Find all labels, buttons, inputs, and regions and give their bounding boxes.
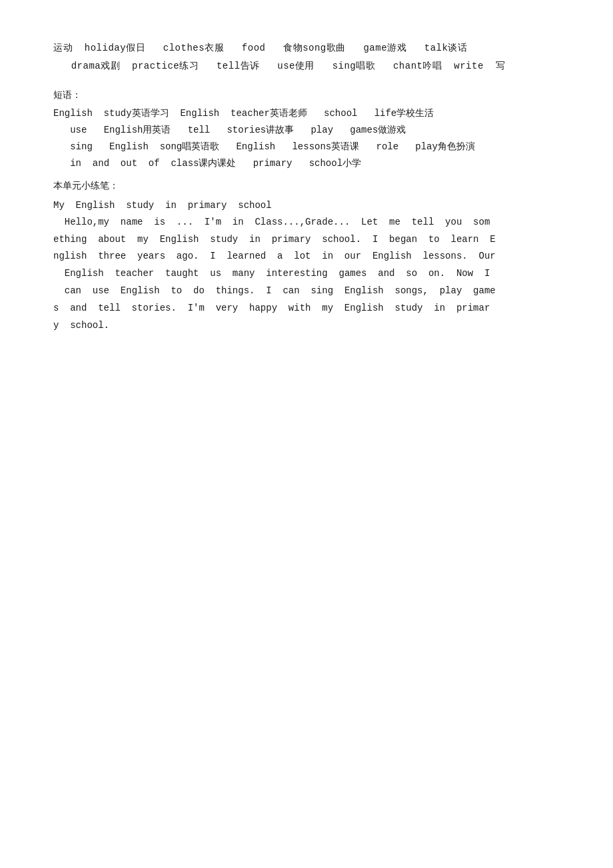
phrases-section: 短语： English study英语学习 English teacher英语老… — [53, 87, 560, 172]
exercise-label: 本单元小练笔： — [53, 177, 560, 194]
phrase-line-1: English study英语学习 English teacher英语老师 sc… — [53, 105, 560, 122]
essay-body: Hello,my name is ... I'm in Class...,Gra… — [53, 214, 560, 335]
phrase-line-4: in and out of class课内课处 primary school小学 — [53, 155, 560, 172]
phrase-line-3: sing English song唱英语歌 English lessons英语课… — [53, 139, 560, 155]
exercise-section: 本单元小练笔： My English study in primary scho… — [53, 177, 560, 335]
vocab-line-2: drama戏剧 practice练习 tell告诉 use使用 sing唱歌 c… — [53, 58, 560, 75]
essay-title: My English study in primary school — [53, 197, 560, 214]
vocab-line-1: 运动 holiday假日 clothes衣服 food 食物song歌曲 gam… — [53, 40, 560, 57]
vocab-section: 运动 holiday假日 clothes衣服 food 食物song歌曲 gam… — [53, 40, 560, 75]
phrase-line-2: use English用英语 tell stories讲故事 play game… — [53, 122, 560, 139]
phrases-label: 短语： — [53, 87, 560, 103]
